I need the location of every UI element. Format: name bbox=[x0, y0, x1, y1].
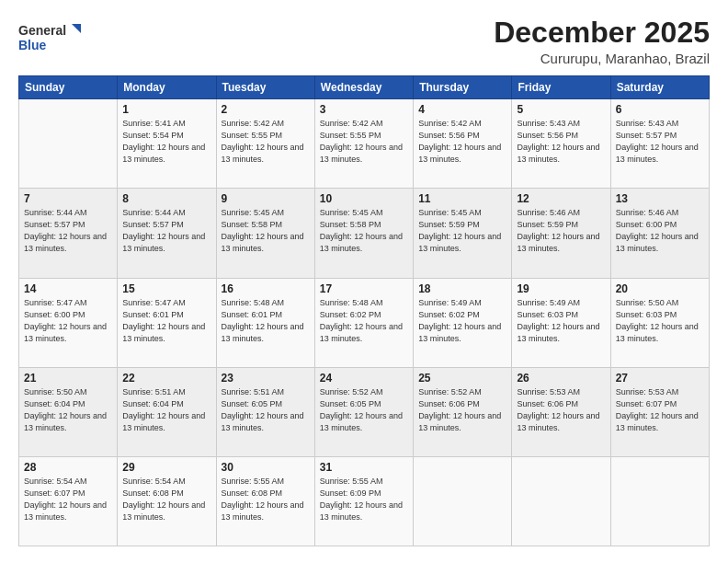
month-title: December 2025 bbox=[494, 17, 710, 49]
calendar-cell bbox=[610, 456, 709, 546]
calendar-cell: 11Sunrise: 5:45 AM Sunset: 5:59 PM Dayli… bbox=[414, 189, 512, 278]
calendar-cell: 7Sunrise: 5:44 AM Sunset: 5:57 PM Daylig… bbox=[19, 189, 118, 278]
day-info: Sunrise: 5:50 AM Sunset: 6:03 PM Dayligh… bbox=[616, 297, 704, 345]
day-info: Sunrise: 5:55 AM Sunset: 6:09 PM Dayligh… bbox=[320, 476, 408, 523]
calendar-cell: 12Sunrise: 5:46 AM Sunset: 5:59 PM Dayli… bbox=[512, 189, 610, 278]
day-info: Sunrise: 5:52 AM Sunset: 6:05 PM Dayligh… bbox=[320, 386, 408, 434]
day-number: 19 bbox=[517, 282, 605, 295]
day-number: 22 bbox=[122, 372, 210, 385]
calendar-cell: 2Sunrise: 5:42 AM Sunset: 5:55 PM Daylig… bbox=[216, 99, 314, 189]
day-number: 3 bbox=[320, 103, 408, 116]
calendar-cell: 19Sunrise: 5:49 AM Sunset: 6:03 PM Dayli… bbox=[512, 278, 610, 367]
day-info: Sunrise: 5:47 AM Sunset: 6:00 PM Dayligh… bbox=[24, 297, 112, 345]
day-number: 5 bbox=[517, 103, 605, 116]
day-number: 23 bbox=[222, 372, 310, 385]
day-info: Sunrise: 5:45 AM Sunset: 5:58 PM Dayligh… bbox=[320, 207, 408, 255]
day-number: 7 bbox=[24, 192, 112, 205]
calendar-cell: 4Sunrise: 5:42 AM Sunset: 5:56 PM Daylig… bbox=[414, 99, 512, 189]
day-number: 25 bbox=[418, 372, 506, 385]
day-info: Sunrise: 5:48 AM Sunset: 6:01 PM Dayligh… bbox=[222, 297, 310, 345]
calendar-table: SundayMondayTuesdayWednesdayThursdayFrid… bbox=[18, 75, 710, 546]
location: Cururupu, Maranhao, Brazil bbox=[494, 51, 710, 66]
day-number: 24 bbox=[320, 372, 408, 385]
day-number: 28 bbox=[24, 461, 112, 474]
calendar-cell bbox=[414, 456, 512, 546]
day-number: 10 bbox=[320, 192, 408, 205]
day-number: 8 bbox=[122, 192, 210, 205]
logo-blue: Blue bbox=[18, 38, 47, 52]
logo-svg: General Blue bbox=[18, 20, 83, 59]
calendar-cell: 9Sunrise: 5:45 AM Sunset: 5:58 PM Daylig… bbox=[216, 189, 314, 278]
day-info: Sunrise: 5:46 AM Sunset: 5:59 PM Dayligh… bbox=[517, 207, 605, 255]
day-number: 18 bbox=[418, 282, 506, 295]
calendar-cell: 18Sunrise: 5:49 AM Sunset: 6:02 PM Dayli… bbox=[414, 278, 512, 367]
weekday-header-tuesday: Tuesday bbox=[216, 76, 314, 99]
weekday-header-sunday: Sunday bbox=[19, 76, 118, 99]
calendar-cell: 24Sunrise: 5:52 AM Sunset: 6:05 PM Dayli… bbox=[314, 367, 413, 456]
calendar-cell: 20Sunrise: 5:50 AM Sunset: 6:03 PM Dayli… bbox=[610, 278, 709, 367]
calendar-cell: 21Sunrise: 5:50 AM Sunset: 6:04 PM Dayli… bbox=[19, 367, 118, 456]
weekday-header-wednesday: Wednesday bbox=[314, 76, 413, 99]
calendar-cell: 13Sunrise: 5:46 AM Sunset: 6:00 PM Dayli… bbox=[610, 189, 709, 278]
logo-general: General bbox=[18, 23, 66, 38]
calendar-cell: 17Sunrise: 5:48 AM Sunset: 6:02 PM Dayli… bbox=[314, 278, 413, 367]
day-number: 6 bbox=[616, 103, 704, 116]
weekday-header-saturday: Saturday bbox=[610, 76, 709, 99]
day-info: Sunrise: 5:55 AM Sunset: 6:08 PM Dayligh… bbox=[222, 476, 310, 523]
day-number: 17 bbox=[320, 282, 408, 295]
day-info: Sunrise: 5:42 AM Sunset: 5:56 PM Dayligh… bbox=[418, 118, 506, 166]
day-info: Sunrise: 5:49 AM Sunset: 6:02 PM Dayligh… bbox=[418, 297, 506, 345]
weekday-header-thursday: Thursday bbox=[414, 76, 512, 99]
calendar-cell: 26Sunrise: 5:53 AM Sunset: 6:06 PM Dayli… bbox=[512, 367, 610, 456]
day-info: Sunrise: 5:44 AM Sunset: 5:57 PM Dayligh… bbox=[24, 207, 112, 255]
calendar-cell: 23Sunrise: 5:51 AM Sunset: 6:05 PM Dayli… bbox=[216, 367, 314, 456]
calendar-cell bbox=[19, 99, 118, 189]
calendar-cell: 16Sunrise: 5:48 AM Sunset: 6:01 PM Dayli… bbox=[216, 278, 314, 367]
day-info: Sunrise: 5:47 AM Sunset: 6:01 PM Dayligh… bbox=[122, 297, 210, 345]
day-info: Sunrise: 5:42 AM Sunset: 5:55 PM Dayligh… bbox=[222, 118, 310, 166]
calendar-cell bbox=[512, 456, 610, 546]
calendar-cell: 15Sunrise: 5:47 AM Sunset: 6:01 PM Dayli… bbox=[118, 278, 216, 367]
calendar-cell: 22Sunrise: 5:51 AM Sunset: 6:04 PM Dayli… bbox=[118, 367, 216, 456]
weekday-header-friday: Friday bbox=[512, 76, 610, 99]
day-info: Sunrise: 5:52 AM Sunset: 6:06 PM Dayligh… bbox=[418, 386, 506, 434]
day-info: Sunrise: 5:45 AM Sunset: 5:59 PM Dayligh… bbox=[418, 207, 506, 255]
day-number: 15 bbox=[122, 282, 210, 295]
day-number: 1 bbox=[122, 103, 210, 116]
day-number: 21 bbox=[24, 372, 112, 385]
calendar-cell: 14Sunrise: 5:47 AM Sunset: 6:00 PM Dayli… bbox=[19, 278, 118, 367]
day-number: 27 bbox=[616, 372, 704, 385]
week-row-3: 14Sunrise: 5:47 AM Sunset: 6:00 PM Dayli… bbox=[19, 278, 710, 367]
day-info: Sunrise: 5:43 AM Sunset: 5:56 PM Dayligh… bbox=[517, 118, 605, 166]
day-number: 2 bbox=[222, 103, 310, 116]
calendar-cell: 10Sunrise: 5:45 AM Sunset: 5:58 PM Dayli… bbox=[314, 189, 413, 278]
day-number: 14 bbox=[24, 282, 112, 295]
calendar-cell: 29Sunrise: 5:54 AM Sunset: 6:08 PM Dayli… bbox=[118, 456, 216, 546]
logo-arrow bbox=[72, 24, 81, 33]
day-number: 16 bbox=[222, 282, 310, 295]
day-info: Sunrise: 5:48 AM Sunset: 6:02 PM Dayligh… bbox=[320, 297, 408, 345]
day-number: 13 bbox=[616, 192, 704, 205]
day-number: 9 bbox=[222, 192, 310, 205]
calendar-cell: 28Sunrise: 5:54 AM Sunset: 6:07 PM Dayli… bbox=[19, 456, 118, 546]
day-info: Sunrise: 5:54 AM Sunset: 6:08 PM Dayligh… bbox=[122, 476, 210, 523]
day-info: Sunrise: 5:41 AM Sunset: 5:54 PM Dayligh… bbox=[122, 118, 210, 166]
day-info: Sunrise: 5:53 AM Sunset: 6:07 PM Dayligh… bbox=[616, 386, 704, 434]
weekday-header-monday: Monday bbox=[118, 76, 216, 99]
logo: General Blue bbox=[18, 20, 83, 59]
day-info: Sunrise: 5:46 AM Sunset: 6:00 PM Dayligh… bbox=[616, 207, 704, 255]
day-number: 4 bbox=[418, 103, 506, 116]
week-row-4: 21Sunrise: 5:50 AM Sunset: 6:04 PM Dayli… bbox=[19, 367, 710, 456]
week-row-2: 7Sunrise: 5:44 AM Sunset: 5:57 PM Daylig… bbox=[19, 189, 710, 278]
day-number: 12 bbox=[517, 192, 605, 205]
calendar-cell: 25Sunrise: 5:52 AM Sunset: 6:06 PM Dayli… bbox=[414, 367, 512, 456]
week-row-1: 1Sunrise: 5:41 AM Sunset: 5:54 PM Daylig… bbox=[19, 99, 710, 189]
day-number: 11 bbox=[418, 192, 506, 205]
calendar-cell: 30Sunrise: 5:55 AM Sunset: 6:08 PM Dayli… bbox=[216, 456, 314, 546]
day-info: Sunrise: 5:45 AM Sunset: 5:58 PM Dayligh… bbox=[222, 207, 310, 255]
title-block: December 2025 Cururupu, Maranhao, Brazil bbox=[494, 17, 710, 66]
calendar-cell: 31Sunrise: 5:55 AM Sunset: 6:09 PM Dayli… bbox=[314, 456, 413, 546]
day-info: Sunrise: 5:51 AM Sunset: 6:05 PM Dayligh… bbox=[222, 386, 310, 434]
day-info: Sunrise: 5:54 AM Sunset: 6:07 PM Dayligh… bbox=[24, 476, 112, 523]
day-number: 29 bbox=[122, 461, 210, 474]
